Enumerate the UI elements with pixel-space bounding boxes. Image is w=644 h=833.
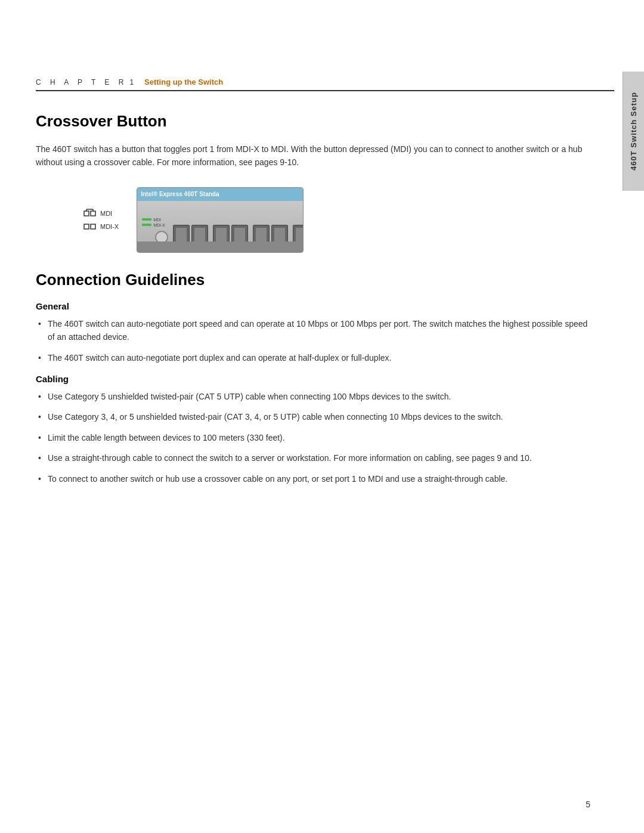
chapter-label: C H A P T E R bbox=[36, 78, 127, 86]
mdi-label: MDI bbox=[100, 210, 112, 217]
led-mdix bbox=[142, 224, 151, 226]
ind-mdix-text: MDI-X bbox=[153, 223, 165, 227]
mdi-item: MDI bbox=[83, 209, 119, 218]
general-heading: General bbox=[36, 301, 590, 311]
cabling-bullet-1: Use Category 5 unshielded twisted-pair (… bbox=[36, 390, 590, 403]
page-number: 5 bbox=[586, 800, 590, 809]
connection-guidelines-title: Connection Guidelines bbox=[36, 271, 590, 289]
crossover-body-text: The 460T switch has a button that toggle… bbox=[36, 143, 590, 169]
side-tab: 460T Switch Setup bbox=[623, 72, 644, 191]
general-bullet-2: The 460T switch can auto-negotiate port … bbox=[36, 351, 590, 364]
page: 460T Switch Setup C H A P T E R 1 Settin… bbox=[0, 0, 644, 833]
side-tab-label: 460T Switch Setup bbox=[629, 92, 638, 171]
crossover-button-title: Crossover Button bbox=[36, 112, 590, 131]
switch-top-bar: Intel® Express 460T Standa bbox=[137, 188, 303, 201]
general-bullets: The 460T switch can auto-negotiate port … bbox=[36, 317, 590, 364]
mdix-item: MDI-X bbox=[83, 222, 119, 231]
cabling-bullet-4: Use a straight-through cable to connect … bbox=[36, 451, 590, 465]
ind-mdi-text: MDI bbox=[153, 218, 161, 222]
cabling-bullet-5: To connect to another switch or hub use … bbox=[36, 472, 590, 485]
svg-rect-0 bbox=[84, 211, 89, 216]
chapter-title: Setting up the Switch bbox=[144, 78, 223, 86]
cabling-heading: Cabling bbox=[36, 374, 590, 384]
led-mdi bbox=[142, 218, 151, 221]
chapter-header: C H A P T E R 1 Setting up the Switch bbox=[36, 78, 614, 91]
cabling-bullet-2: Use Category 3, 4, or 5 unshielded twist… bbox=[36, 410, 590, 423]
cabling-bullet-3: Limit the cable length between devices t… bbox=[36, 431, 590, 444]
switch-device-image: Intel® Express 460T Standa MDI MDI-X bbox=[137, 187, 304, 253]
switch-body: MDI MDI-X bbox=[137, 201, 303, 252]
cabling-bullets: Use Category 5 unshielded twisted-pair (… bbox=[36, 390, 590, 485]
mdi-icon bbox=[83, 209, 97, 218]
switch-indicators: MDI MDI-X bbox=[142, 218, 165, 227]
switch-bottom-bar bbox=[137, 241, 303, 252]
general-bullet-1: The 460T switch can auto-negotiate port … bbox=[36, 317, 590, 344]
switch-image-area: MDI MDI-X Intel® Express 460T Standa bbox=[83, 187, 590, 253]
indicator-mdi: MDI bbox=[142, 218, 165, 222]
main-content: Crossover Button The 460T switch has a b… bbox=[36, 95, 590, 495]
chapter-number: 1 bbox=[129, 78, 137, 86]
svg-rect-5 bbox=[84, 224, 89, 229]
svg-rect-6 bbox=[91, 224, 95, 229]
svg-rect-1 bbox=[91, 211, 95, 216]
mdi-legend: MDI MDI-X bbox=[83, 209, 119, 231]
mdix-label: MDI-X bbox=[100, 223, 119, 230]
switch-top-text: Intel® Express 460T Standa bbox=[141, 191, 219, 197]
mdix-icon bbox=[83, 222, 97, 231]
indicator-mdix: MDI-X bbox=[142, 223, 165, 227]
